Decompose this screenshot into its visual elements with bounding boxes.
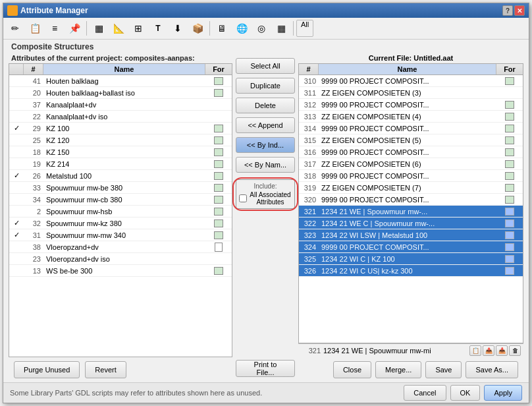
right-table-row[interactable]: 3129999 00 PROJECT COMPOSIT... [299, 99, 523, 111]
footer-icon-1[interactable]: 📋 [469, 345, 481, 356]
left-table-row[interactable]: 20Houten balklaag+ballast iso [9, 87, 232, 99]
window-icon [7, 5, 18, 16]
toolbar-window-btn[interactable]: ⊞ [129, 20, 147, 37]
toolbar-grid-btn[interactable]: ▦ [90, 20, 108, 37]
attribute-manager-window: Attribute Manager ? ✕ ✏ 📋 ≡ 📌 ▦ 📐 ⊞ T ⬇ … [3, 3, 529, 403]
right-cell-for [496, 171, 523, 181]
left-table-row[interactable]: 38Vloeropzand+dv [9, 241, 232, 253]
left-cell-name: Vloeropzand+dv iso [43, 254, 205, 264]
toolbar-all-btn[interactable]: All [296, 20, 313, 37]
right-table-row[interactable]: 3109999 00 PROJECT COMPOSIT... [299, 75, 523, 87]
save-button[interactable]: Save [425, 361, 462, 378]
left-table-row[interactable]: ✓26Metalstud 100 [9, 170, 232, 182]
left-table-row[interactable]: 22Kanaalplaat+dv iso [9, 111, 232, 123]
right-table-row[interactable]: 313ZZ EIGEN COMPOSIETEN (4) [299, 111, 523, 123]
right-th-for: For [496, 64, 523, 74]
footer-icon-3[interactable]: 📥 [496, 345, 508, 356]
right-table-row[interactable]: 3251234 22 WI C | KZ 100 [299, 253, 523, 265]
toolbar-edit-btn[interactable]: ✏ [6, 20, 24, 37]
duplicate-button[interactable]: Duplicate [236, 78, 295, 94]
minimize-button[interactable]: ? [502, 5, 513, 16]
by-index-button[interactable]: << By Ind... [236, 137, 295, 153]
toolbar-globe-btn[interactable]: 🌐 [232, 20, 251, 37]
left-table-row[interactable]: 34Spouwmuur mw-cb 380 [9, 194, 232, 206]
left-cell-name: Spouwmuur mw-cb 380 [43, 195, 205, 204]
merge-button[interactable]: Merge... [375, 361, 421, 378]
purge-unused-button[interactable]: Purge Unused [14, 361, 80, 378]
right-table-row[interactable]: 3221234 21 WE C | Spouwmuur mw-... [299, 218, 523, 229]
close-button[interactable]: Close [333, 361, 371, 378]
left-table-row[interactable]: ✓32Spouwmuur mw-kz 380 [9, 218, 232, 229]
footer-icon-4[interactable]: 🗑 [509, 345, 521, 356]
toolbar-text-btn[interactable]: T [149, 20, 167, 37]
right-table-body[interactable]: 3109999 00 PROJECT COMPOSIT...311ZZ EIGE… [299, 75, 523, 343]
right-table-row[interactable]: 3261234 22 WI C US| kz-kz 300 [299, 265, 523, 277]
right-cell-num: 312 [299, 100, 319, 109]
right-table-row[interactable]: 317ZZ EIGEN COMPOSIETEN (6) [299, 158, 523, 170]
right-cell-num: 321 [299, 207, 319, 216]
right-cell-num: 313 [299, 112, 319, 121]
left-table-row[interactable]: 19KZ 214 [9, 158, 232, 170]
delete-button[interactable]: Delete [236, 98, 295, 113]
left-cell-num: 2 [24, 207, 43, 216]
left-table-row[interactable]: ✓29KZ 100 [9, 123, 232, 134]
right-cell-name: 9999 00 PROJECT COMPOSIT... [319, 171, 496, 181]
left-cell-for [205, 266, 232, 276]
right-table-row[interactable]: 3169999 00 PROJECT COMPOSIT... [299, 146, 523, 158]
for-img-icon [505, 231, 514, 239]
left-table-row[interactable]: 25KZ 120 [9, 134, 232, 146]
print-to-file-button[interactable]: Print to File... [236, 360, 295, 377]
right-cell-num: 314 [299, 124, 319, 133]
footer-icon-2[interactable]: 📤 [483, 345, 494, 356]
for-img-icon [214, 208, 223, 216]
for-img-icon [505, 148, 514, 156]
right-table-row[interactable]: 3189999 00 PROJECT COMPOSIT... [299, 170, 523, 182]
left-table-row[interactable]: 18KZ 150 [9, 146, 232, 158]
left-table-row[interactable]: 13WS be-be 300 [9, 265, 232, 277]
append-button[interactable]: << Append [236, 117, 295, 133]
left-table-row[interactable]: 23Vloeropzand+dv iso [9, 253, 232, 265]
for-img-icon [214, 196, 223, 204]
right-cell-name: 9999 00 PROJECT COMPOSIT... [319, 76, 496, 86]
left-table-row[interactable]: 33Spouwmuur mw-be 380 [9, 182, 232, 194]
ok-button[interactable]: OK [450, 385, 481, 401]
right-table-row[interactable]: 3149999 00 PROJECT COMPOSIT... [299, 123, 523, 134]
apply-button[interactable]: Apply [484, 385, 522, 401]
right-table-row[interactable]: 3249999 00 PROJECT COMPOSIT... [299, 241, 523, 253]
right-cell-for [496, 243, 523, 252]
select-all-button[interactable]: Select All [236, 58, 295, 74]
left-table-row[interactable]: 2Spouwmuur mw-hsb [9, 206, 232, 218]
window-controls: ? ✕ [502, 5, 525, 16]
toolbar-screen-btn[interactable]: 🖥 [213, 20, 231, 37]
right-table-row[interactable]: 319ZZ EIGEN COMPOSIETEN (7) [299, 182, 523, 194]
left-table: # Name For 41Houten balklaag20Houten bal… [9, 63, 232, 357]
revert-button[interactable]: Revert [85, 361, 126, 378]
left-table-row[interactable]: ✓31Spouwmuur mw-mw 340 [9, 229, 232, 241]
save-as-button[interactable]: Save As... [466, 361, 518, 378]
close-button[interactable]: ✕ [514, 5, 525, 16]
right-table-row[interactable]: 315ZZ EIGEN COMPOSIETEN (5) [299, 134, 523, 146]
for-img-icon [505, 196, 514, 204]
left-table-row[interactable]: 41Houten balklaag [9, 75, 232, 87]
toolbar-box-btn[interactable]: 📦 [188, 20, 207, 37]
right-table-row[interactable]: 311ZZ EIGEN COMPOSIETEN (3) [299, 87, 523, 99]
left-table-row[interactable]: 37Kanaalplaat+dv [9, 99, 232, 111]
toolbar-down-btn[interactable]: ⬇ [169, 20, 187, 37]
toolbar-list-btn[interactable]: ≡ [45, 20, 64, 37]
toolbar-circle-btn[interactable]: ◎ [252, 20, 271, 37]
right-bottom-bar: Close Merge... Save Save As... [298, 357, 523, 382]
toolbar-ruler-btn[interactable]: 📐 [109, 20, 128, 37]
right-table-row[interactable]: 3231234 22 WI LSW | Metalstud 100 [299, 229, 523, 241]
by-name-button[interactable]: << By Nam... [236, 157, 295, 173]
left-table-body[interactable]: 41Houten balklaag20Houten balklaag+balla… [9, 75, 232, 357]
right-table-row[interactable]: 3211234 21 WE | Spouwmuur mw-... [299, 206, 523, 218]
toolbar-grid2-btn[interactable]: ▦ [272, 20, 290, 37]
all-assoc-checkbox[interactable] [239, 194, 247, 202]
toolbar-pin-btn[interactable]: 📌 [65, 20, 84, 37]
cancel-button[interactable]: Cancel [404, 385, 446, 401]
right-table-row[interactable]: 3209999 00 PROJECT COMPOSIT... [299, 194, 523, 206]
left-cell-name: Spouwmuur mw-be 380 [43, 183, 205, 192]
right-cell-num: 311 [299, 88, 319, 98]
for-img-icon [214, 172, 223, 180]
toolbar-copy-btn[interactable]: 📋 [26, 20, 44, 37]
